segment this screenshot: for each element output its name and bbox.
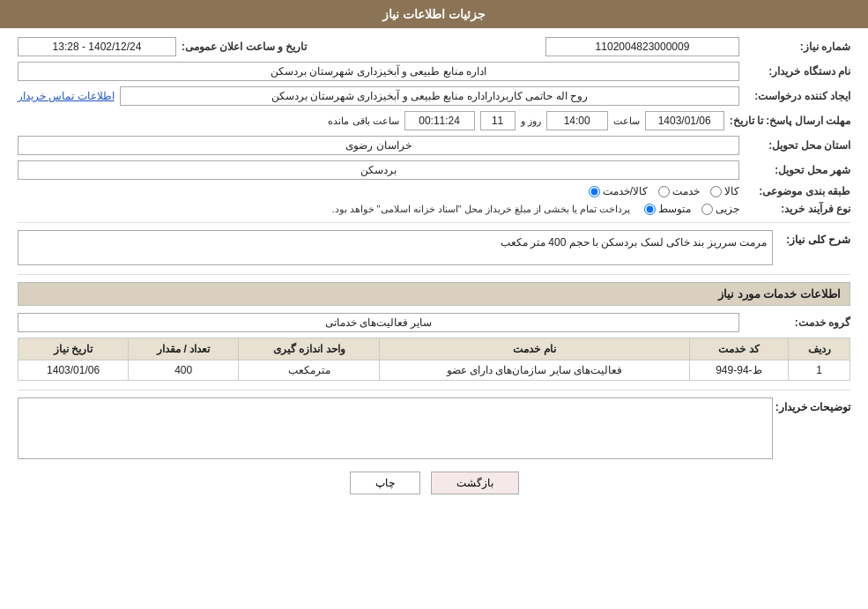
need-desc-section: شرح کلی نیاز: مرمت سرریز بند خاکی لسک بر…	[18, 230, 850, 265]
print-button[interactable]: چاپ	[350, 472, 420, 494]
category-goods-label: کالا	[724, 185, 739, 197]
process-medium-label: متوسط	[658, 203, 691, 215]
org-name-value: اداره منابع طبیعی و آبخیزداری شهرستان بر…	[18, 62, 739, 81]
need-number-label: شماره نیاز:	[745, 41, 850, 53]
province-value: خراسان رضوی	[18, 136, 739, 155]
service-group-value: سایر فعالیت‌های خدماتی	[18, 313, 739, 332]
deadline-time: 14:00	[546, 111, 608, 130]
org-name-row: نام دستگاه خریدار: اداره منابع طبیعی و آ…	[18, 62, 850, 81]
city-row: شهر محل تحویل: بردسکن	[18, 160, 850, 180]
service-info-header: اطلاعات خدمات مورد نیاز	[18, 282, 850, 306]
deadline-label: مهلت ارسال پاسخ: تا تاریخ:	[730, 115, 850, 127]
announce-date-value: 1402/12/24 - 13:28	[18, 37, 176, 56]
deadline-row: مهلت ارسال پاسخ: تا تاریخ: 1403/01/06 سا…	[18, 111, 850, 130]
buyer-desc-section: توضیحات خریدار:	[18, 397, 850, 459]
deadline-days: 11	[480, 111, 516, 130]
deadline-time-label: ساعت	[613, 115, 640, 127]
requester-value: روح اله حاتمی کاربرداراداره منابع طبیعی …	[120, 86, 739, 106]
process-note: پرداخت تمام یا بخشی از مبلغ خریداز محل "…	[331, 204, 630, 215]
announce-date-label: تاریخ و ساعت اعلان عمومی:	[182, 41, 307, 53]
process-radio-group: جزیی متوسط	[644, 203, 739, 215]
table-cell: مترمکعب	[239, 360, 380, 381]
process-label: نوع فرآیند خرید:	[745, 203, 850, 215]
need-desc-value: مرمت سرریز بند خاکی لسک بردسکن با حجم 40…	[18, 230, 773, 265]
col-qty: تعداد / مقدار	[129, 338, 239, 360]
city-label: شهر محل تحویل:	[745, 164, 850, 176]
requester-label: ایجاد کننده درخواست:	[745, 90, 850, 102]
table-header: ردیف کد خدمت نام خدمت واحد اندازه گیری ت…	[19, 338, 850, 360]
need-number-row: شماره نیاز: 1102004823000009 تاریخ و ساع…	[18, 37, 850, 56]
col-code: کد خدمت	[689, 338, 789, 360]
org-name-label: نام دستگاه خریدار:	[745, 65, 850, 78]
province-row: استان محل تحویل: خراسان رضوی	[18, 136, 850, 155]
process-option-medium[interactable]: متوسط	[644, 203, 691, 215]
category-service-radio[interactable]	[658, 186, 670, 197]
process-medium-radio[interactable]	[644, 204, 656, 215]
service-group-label: گروه خدمت:	[745, 316, 850, 329]
deadline-day-label: روز و	[521, 115, 541, 127]
category-label: طبقه بندی موضوعی:	[745, 185, 850, 197]
category-service-label: خدمت	[672, 185, 700, 197]
need-number-value: 1102004823000009	[545, 37, 739, 56]
process-row: نوع فرآیند خرید: جزیی متوسط پرداخت تمام …	[18, 203, 850, 215]
process-partial-radio[interactable]	[701, 204, 713, 215]
table-cell: فعالیت‌های سایر سازمان‌های دارای عضو	[380, 360, 689, 381]
category-goods-radio[interactable]	[710, 186, 722, 197]
col-date: تاریخ نیاز	[19, 338, 129, 360]
page-header: جزئیات اطلاعات نیاز	[0, 0, 868, 28]
province-label: استان محل تحویل:	[745, 139, 850, 152]
city-value: بردسکن	[18, 160, 739, 180]
category-radio-group: کالا خدمت کالا/خدمت	[589, 185, 739, 197]
button-group: بازگشت چاپ	[18, 472, 850, 494]
buyer-desc-textarea[interactable]	[18, 397, 773, 459]
category-both-label: کالا/خدمت	[603, 185, 648, 197]
table-body: 1ط-94-949فعالیت‌های سایر سازمان‌های دارا…	[19, 360, 850, 381]
col-unit: واحد اندازه گیری	[239, 338, 380, 360]
deadline-date: 1403/01/06	[645, 111, 724, 130]
category-row: طبقه بندی موضوعی: کالا خدمت کالا/خدمت	[18, 185, 850, 197]
back-button[interactable]: بازگشت	[431, 472, 519, 494]
table-cell: 400	[129, 360, 239, 381]
requester-row: ایجاد کننده درخواست: روح اله حاتمی کاربر…	[18, 86, 850, 106]
col-name: نام خدمت	[380, 338, 689, 360]
contact-link[interactable]: اطلاعات تماس خریدار	[18, 90, 115, 102]
category-both-radio[interactable]	[589, 186, 600, 197]
service-group-row: گروه خدمت: سایر فعالیت‌های خدماتی	[18, 313, 850, 332]
process-partial-label: جزیی	[716, 203, 739, 215]
category-option-goods[interactable]: کالا	[710, 185, 739, 197]
remaining-label: ساعت باقی مانده	[328, 115, 398, 127]
table-cell: ط-94-949	[689, 360, 789, 381]
col-row: ردیف	[789, 338, 850, 360]
process-option-partial[interactable]: جزیی	[701, 203, 739, 215]
services-table: ردیف کد خدمت نام خدمت واحد اندازه گیری ت…	[18, 338, 850, 381]
table-cell: 1	[789, 360, 850, 381]
table-cell: 1403/01/06	[19, 360, 129, 381]
remaining-time: 00:11:24	[404, 111, 475, 130]
category-option-service[interactable]: خدمت	[658, 185, 700, 197]
table-row: 1ط-94-949فعالیت‌های سایر سازمان‌های دارا…	[19, 360, 850, 381]
category-option-both[interactable]: کالا/خدمت	[589, 185, 648, 197]
buyer-desc-label: توضیحات خریدار:	[780, 397, 850, 413]
need-desc-label: شرح کلی نیاز:	[780, 230, 850, 246]
